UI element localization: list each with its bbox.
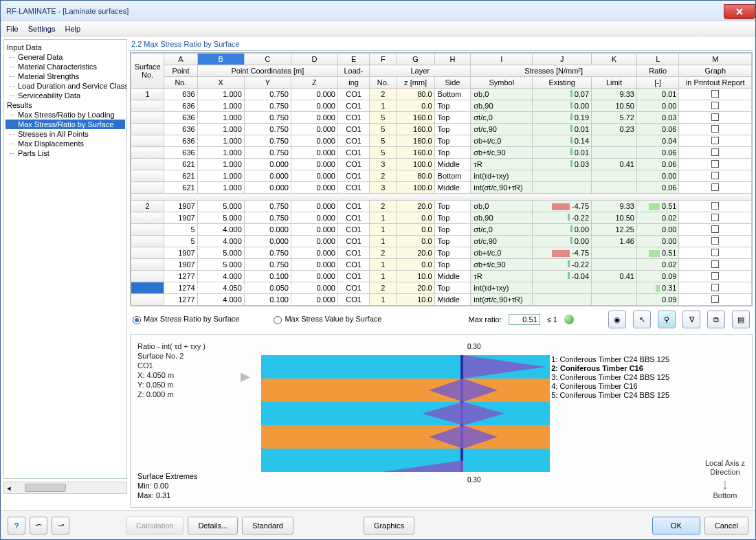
options-bar: Max Stress Ratio by Surface Max Stress V… bbox=[130, 306, 753, 333]
tree-item[interactable]: General Data bbox=[5, 52, 125, 62]
radio-ratio-by-surface[interactable]: Max Stress Ratio by Surface bbox=[133, 315, 239, 324]
prev-icon[interactable]: ⤺ bbox=[30, 517, 47, 535]
col-letter-a[interactable]: A bbox=[164, 54, 197, 65]
table-row[interactable]: 6361.0000.7500.000CO15160.0Topσb+t/c,900… bbox=[131, 147, 752, 159]
table-row[interactable]: 6361.0000.7500.000CO15160.0Topσb+t/c,00.… bbox=[131, 135, 752, 147]
table-row[interactable]: 12744.0500.0500.000CO1220.0Topint(τd+τxy… bbox=[131, 282, 752, 294]
app-window: RF-LAMINATE - [Laminate surfaces] File S… bbox=[0, 0, 756, 540]
chart-icon[interactable]: ▤ bbox=[732, 311, 750, 328]
diagram-legend: 1: Coniferous Timber C24 BBS 125 2: Coni… bbox=[551, 355, 669, 400]
printout-checkbox[interactable] bbox=[711, 237, 719, 245]
details-button[interactable]: Details... bbox=[188, 517, 238, 535]
pick-icon[interactable]: ↖ bbox=[633, 311, 651, 328]
menu-help[interactable]: Help bbox=[65, 25, 80, 33]
section-title: 2.2 Max Stress Ratio by Surface bbox=[130, 39, 753, 50]
table-row[interactable]: 16361.0000.7500.000CO1280.0Bottomσb,00.0… bbox=[131, 89, 752, 100]
tree-group-input[interactable]: Input Data bbox=[5, 43, 125, 52]
tree-item[interactable]: Serviceability Data bbox=[5, 91, 125, 100]
results-grid[interactable]: SurfaceNo. A B C D E F G H I J K bbox=[130, 52, 753, 306]
cancel-button[interactable]: Cancel bbox=[704, 517, 748, 535]
menu-settings[interactable]: Settings bbox=[28, 25, 56, 33]
eye-icon[interactable]: ◉ bbox=[608, 311, 626, 328]
printout-checkbox[interactable] bbox=[711, 172, 719, 179]
table-row[interactable]: 19075.0000.7500.000CO1220.0Topσb+t/c,0-4… bbox=[131, 247, 752, 259]
menubar: File Settings Help bbox=[1, 21, 755, 36]
filter2-icon[interactable]: ∇ bbox=[682, 311, 700, 328]
table-row[interactable]: 6361.0000.7500.000CO15160.0Topσt/c,900.0… bbox=[131, 124, 752, 135]
printout-checkbox[interactable] bbox=[711, 225, 719, 233]
tree-item[interactable]: Material Characteristics bbox=[5, 62, 125, 71]
navigation-tree[interactable]: Input Data General DataMaterial Characte… bbox=[3, 39, 127, 479]
printout-checkbox[interactable] bbox=[711, 137, 719, 144]
filter1-icon[interactable]: ⚲ bbox=[658, 311, 676, 328]
tree-item[interactable]: Parts List bbox=[5, 148, 125, 158]
table-row[interactable]: 6361.0000.7500.000CO110.0Topσb,900.0010.… bbox=[131, 100, 752, 112]
layer-diagram: Ratio - int( τd + τxy ) Surface No. 2 CO… bbox=[130, 334, 753, 508]
printout-checkbox[interactable] bbox=[711, 214, 719, 221]
max-ratio-label: Max ratio: bbox=[468, 315, 501, 324]
window-title: RF-LAMINATE - [Laminate surfaces] bbox=[6, 7, 129, 15]
graphics-button[interactable]: Graphics bbox=[364, 517, 414, 535]
table-row[interactable]: 6211.0000.0000.000CO1280.0Bottomint(τd+τ… bbox=[131, 170, 752, 182]
table-row[interactable]: 12774.0000.1000.000CO1110.0MiddleτR-0.04… bbox=[131, 271, 752, 282]
printout-checkbox[interactable] bbox=[711, 183, 719, 191]
table-row[interactable]: 19075.0000.7500.000CO110.0Topσb,90-0.221… bbox=[131, 212, 752, 224]
printout-checkbox[interactable] bbox=[711, 102, 719, 109]
diagram-axis: Local Axis z Direction ↓ Bottom bbox=[705, 459, 745, 500]
laminate-layers bbox=[261, 355, 550, 472]
arrow-down-icon: ↓ bbox=[705, 480, 745, 488]
col-letter-c[interactable]: C bbox=[244, 54, 291, 65]
printout-checkbox[interactable] bbox=[711, 125, 719, 133]
table-row[interactable]: 6211.0000.0000.000CO13100.0MiddleτR0.030… bbox=[131, 159, 752, 170]
printout-checkbox[interactable] bbox=[711, 260, 719, 268]
printout-checkbox[interactable] bbox=[711, 148, 719, 156]
radio-value-by-surface[interactable]: Max Stress Value by Surface bbox=[274, 315, 381, 324]
close-icon[interactable] bbox=[724, 4, 755, 19]
tick-top: 0.30 bbox=[467, 343, 480, 350]
tick-bottom: 0.30 bbox=[467, 476, 480, 484]
printout-checkbox[interactable] bbox=[711, 295, 719, 303]
tree-item[interactable]: Material Strengths bbox=[5, 71, 125, 81]
diagram-info: Ratio - int( τd + τxy ) Surface No. 2 CO… bbox=[137, 341, 205, 399]
play-icon: ▶ bbox=[241, 369, 250, 384]
tree-scrollbar[interactable]: ◂ bbox=[3, 482, 127, 494]
tree-item[interactable]: Max Stress/Ratio by Surface bbox=[5, 120, 125, 129]
max-ratio-value: 0.51 bbox=[509, 314, 540, 325]
help-icon[interactable]: ? bbox=[8, 517, 25, 535]
tree-item[interactable]: Stresses in All Points bbox=[5, 129, 125, 139]
table-row[interactable]: 6361.0000.7500.000CO15160.0Topσt/c,00.19… bbox=[131, 112, 752, 124]
ok-button[interactable]: OK bbox=[652, 517, 700, 535]
tree-group-results[interactable]: Results bbox=[5, 100, 125, 110]
diagram-extremes: Surface Extremes Min: 0.00 Max: 0.31 bbox=[137, 471, 197, 500]
table-row[interactable]: 54.0000.0000.000CO110.0Topσt/c,00.0012.2… bbox=[131, 224, 752, 236]
printout-checkbox[interactable] bbox=[711, 202, 719, 210]
standard-button[interactable]: Standard bbox=[242, 517, 293, 535]
table-row[interactable] bbox=[131, 194, 752, 201]
titlebar: RF-LAMINATE - [Laminate surfaces] bbox=[1, 1, 755, 21]
tree-item[interactable]: Max Displacements bbox=[5, 139, 125, 148]
table-row[interactable]: 19075.0000.7500.000CO110.0Topσb+t/c,90-0… bbox=[131, 259, 752, 271]
printout-checkbox[interactable] bbox=[711, 160, 719, 168]
next-icon[interactable]: ⤻ bbox=[52, 517, 69, 535]
menu-file[interactable]: File bbox=[6, 25, 19, 33]
printout-checkbox[interactable] bbox=[711, 113, 719, 121]
table-row[interactable]: 219075.0000.7500.000CO1220.0Topσb,0-4.75… bbox=[131, 201, 752, 212]
status-ok-icon bbox=[564, 315, 574, 324]
max-ratio-cond: ≤ 1 bbox=[547, 315, 557, 324]
table-row[interactable]: 12774.0000.1000.000CO1110.0Middleint(σt/… bbox=[131, 294, 752, 306]
printout-checkbox[interactable] bbox=[711, 284, 719, 291]
col-letter-b[interactable]: B bbox=[197, 54, 244, 65]
table-row[interactable]: 6211.0000.0000.000CO13100.0Middleint(σt/… bbox=[131, 182, 752, 194]
footer-bar: ? ⤺ ⤻ Calculation Details... Standard Gr… bbox=[1, 510, 755, 539]
export-icon[interactable]: ⧉ bbox=[707, 311, 725, 328]
tree-item[interactable]: Max Stress/Ratio by Loading bbox=[5, 110, 125, 120]
printout-checkbox[interactable] bbox=[711, 272, 719, 280]
tree-item[interactable]: Load Duration and Service Class bbox=[5, 81, 125, 91]
calculation-button[interactable]: Calculation bbox=[126, 517, 184, 535]
table-row[interactable]: 54.0000.0000.000CO110.0Topσt/c,900.001.4… bbox=[131, 236, 752, 247]
col-surface[interactable]: SurfaceNo. bbox=[131, 54, 164, 89]
printout-checkbox[interactable] bbox=[711, 90, 719, 98]
printout-checkbox[interactable] bbox=[711, 249, 719, 256]
